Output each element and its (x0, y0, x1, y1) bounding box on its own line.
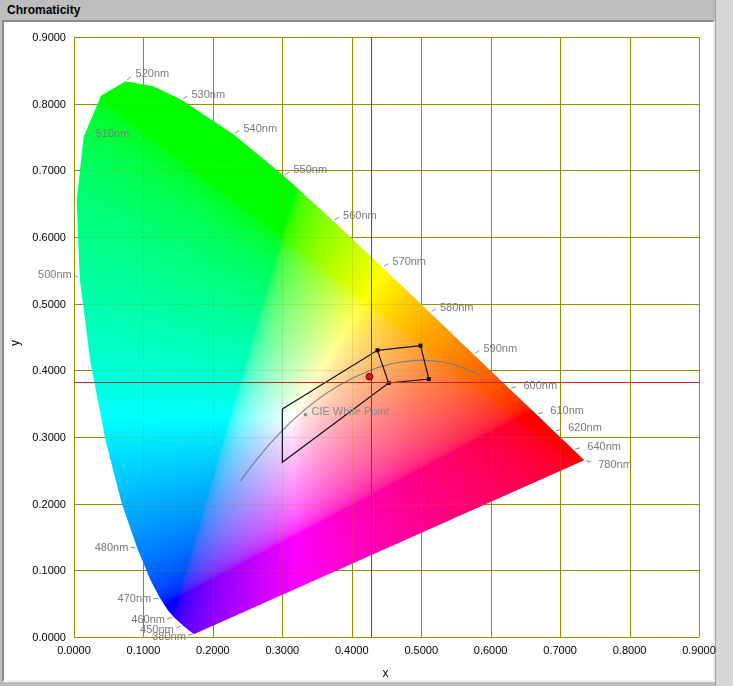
window-title: Chromaticity (7, 3, 80, 17)
scrollbar-track[interactable] (715, 0, 733, 686)
chart-panel: x y CIE White Point 0.00000.00000.10000.… (2, 20, 715, 682)
window-titlebar: Chromaticity (0, 0, 733, 20)
chromaticity-window: Chromaticity x y CIE White Point 0.00000… (0, 0, 733, 686)
chromaticity-canvas[interactable] (4, 22, 713, 680)
